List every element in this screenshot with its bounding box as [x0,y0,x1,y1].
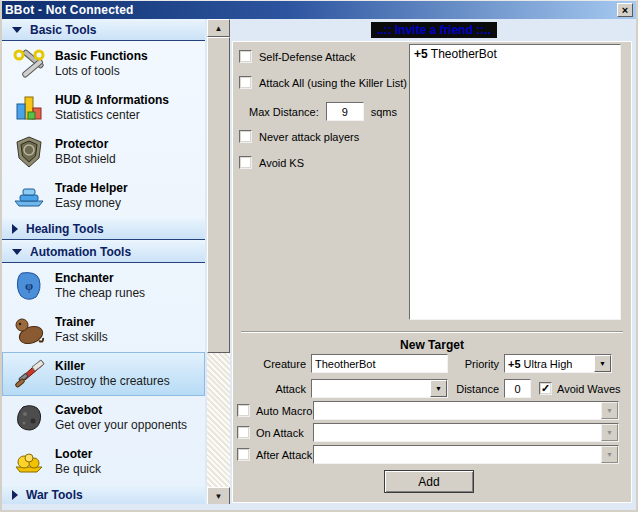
auto-macro-checkbox[interactable] [237,404,250,417]
sidebar-item-trainer[interactable]: Trainer Fast skills [2,308,205,352]
item-title: HUD & Informations [55,93,169,108]
priority-label: Priority [448,358,504,370]
attack-all-label: Attack All (using the Killer List) [259,77,407,89]
attack-all-checkbox[interactable] [239,76,252,89]
after-attack-dropdown[interactable]: ▼ [313,445,619,464]
on-attack-dropdown[interactable]: ▼ [313,423,619,442]
check-icon: ✓ [541,383,550,394]
chevron-down-icon [12,27,22,33]
scroll-down-button[interactable]: ▼ [207,487,230,505]
creature-input[interactable] [311,354,448,373]
auto-macro-row: Auto Macro ▼ [237,404,312,417]
killer-list-item[interactable]: +5 TheotherBot [412,46,618,62]
never-attack-players-row: Never attack players [239,130,359,143]
distance-input[interactable] [504,379,531,398]
item-title: Trainer [55,315,108,330]
window-bottom-strip [2,504,636,510]
self-defense-attack-checkbox[interactable] [239,50,252,63]
item-subtitle: Lots of tools [55,64,148,79]
close-icon: × [622,5,628,16]
self-defense-attack-label: Self-Defense Attack [259,51,356,63]
crossed-wrenches-icon [11,47,47,81]
sidebar-scrollbar[interactable]: ▲ ▼ [207,19,230,505]
auto-macro-value [314,402,601,419]
after-attack-row: After Attack ▼ [237,448,312,461]
scroll-up-button[interactable]: ▲ [207,19,230,37]
item-subtitle: Fast skills [55,330,108,345]
max-distance-input[interactable] [326,102,364,121]
chevron-down-icon: ▼ [601,446,618,463]
category-healing-tools[interactable]: Healing Tools [2,218,205,240]
sidebar-item-hud-informations[interactable]: HUD & Informations Statistics center [2,86,205,130]
titlebar: BBot - Not Connected × [2,1,636,19]
priority-value: Ultra High [524,358,573,370]
chevron-down-icon: ▼ [601,402,618,419]
item-title: Basic Functions [55,49,148,64]
category-basic-tools[interactable]: Basic Tools [2,19,205,41]
item-title: Looter [55,447,101,462]
attack-label: Attack [233,383,311,395]
avoid-ks-checkbox[interactable] [239,156,252,169]
item-subtitle: BBot shield [55,152,116,167]
attack-all-row: Attack All (using the Killer List) [239,76,407,89]
sword-icon [11,357,47,391]
bar-chart-icon [11,91,47,125]
item-title: Enchanter [55,271,145,286]
distance-label: Distance [448,383,504,395]
close-button[interactable]: × [617,3,633,17]
creature-row: Creature Priority +5 Ultra High ▼ [233,354,612,373]
avoid-waves-label: Avoid Waves [557,383,621,395]
sidebar-item-basic-functions[interactable]: Basic Functions Lots of tools [2,42,205,86]
item-title: Protector [55,137,116,152]
sidebar-item-looter[interactable]: Looter Be quick [2,440,205,484]
priority-value-bold: +5 [508,358,521,370]
bbot-window: BBot - Not Connected × Basic Tools Basic… [0,0,638,512]
scrollbar-track[interactable] [207,353,230,487]
item-subtitle: Get over your opponents [55,418,187,433]
svg-text:φ: φ [25,278,33,293]
category-label: Basic Tools [30,23,96,37]
attack-dropdown[interactable]: ▼ [311,379,448,398]
item-subtitle: Destroy the creatures [55,374,170,389]
after-attack-label: After Attack [256,449,312,461]
never-attack-players-checkbox[interactable] [239,130,252,143]
category-war-tools[interactable]: War Tools [2,484,205,505]
sidebar-item-cavebot[interactable]: Cavebot Get over your opponents [2,396,205,440]
sidebar: Basic Tools Basic Functions Lots of tool… [2,19,205,505]
priority-dropdown[interactable]: +5 Ultra High ▼ [504,354,612,373]
invite-a-friend-link[interactable]: ..:: Invite a friend ::.. [371,22,497,38]
scroll-down-icon: ▼ [215,492,223,501]
on-attack-value [314,424,601,441]
max-distance-unit: sqms [371,106,397,118]
add-button[interactable]: Add [384,470,474,493]
on-attack-row: On Attack ▼ [237,426,304,439]
chevron-down-icon[interactable]: ▼ [430,380,447,397]
item-title: Trade Helper [55,181,128,196]
sidebar-item-killer[interactable]: Killer Destroy the creatures [2,352,205,396]
killer-list[interactable]: +5 TheotherBot [409,44,621,320]
auto-macro-label: Auto Macro [256,405,312,417]
sidebar-item-protector[interactable]: Protector BBot shield [2,130,205,174]
after-attack-checkbox[interactable] [237,448,250,461]
scrollbar-thumb[interactable] [207,37,230,353]
category-automation-tools[interactable]: Automation Tools [2,241,205,263]
avoid-ks-label: Avoid KS [259,157,304,169]
main-panel: ..:: Invite a friend ::.. Self-Defense A… [230,19,638,505]
scroll-up-icon: ▲ [215,24,223,33]
attack-row: Attack ▼ Distance ✓ Avoid Waves [233,379,621,398]
on-attack-checkbox[interactable] [237,426,250,439]
sidebar-item-trade-helper[interactable]: Trade Helper Easy money [2,174,205,218]
shield-icon [11,135,47,169]
auto-macro-dropdown[interactable]: ▼ [313,401,619,420]
new-target-title: New Target [233,338,631,352]
gold-icon [11,445,47,479]
self-defense-attack-row: Self-Defense Attack [239,50,356,63]
avoid-waves-checkbox[interactable]: ✓ [539,382,552,395]
item-title: Cavebot [55,403,187,418]
creature-icon [11,313,47,347]
on-attack-label: On Attack [256,427,304,439]
chevron-right-icon [12,224,18,234]
after-attack-value [314,446,601,463]
chevron-down-icon[interactable]: ▼ [594,355,611,372]
sidebar-item-enchanter[interactable]: φ Enchanter The cheap runes [2,264,205,308]
